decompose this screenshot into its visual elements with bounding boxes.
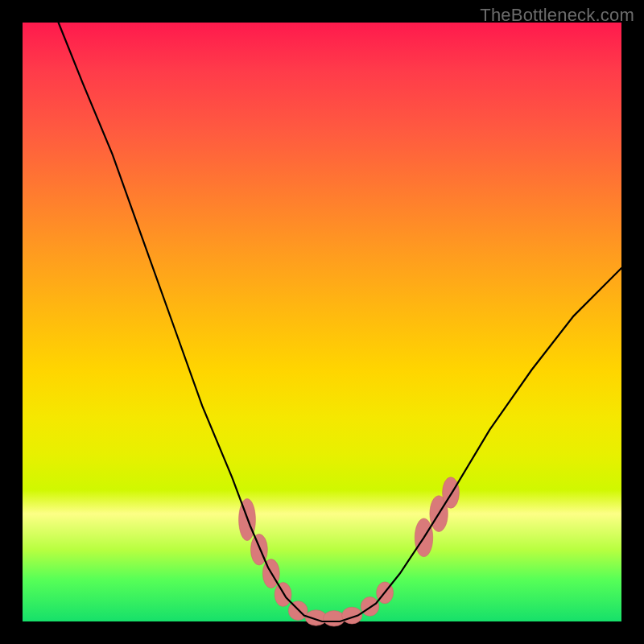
data-cluster-point [275, 583, 291, 607]
bottleneck-curve [59, 23, 621, 621]
watermark-text: TheBottleneck.com [480, 5, 634, 26]
data-point-cluster-layer [239, 477, 460, 626]
data-cluster-point [324, 611, 345, 626]
chart-plot-area [23, 23, 621, 621]
chart-svg [23, 23, 621, 621]
chart-outer-frame: TheBottleneck.com [0, 0, 644, 644]
